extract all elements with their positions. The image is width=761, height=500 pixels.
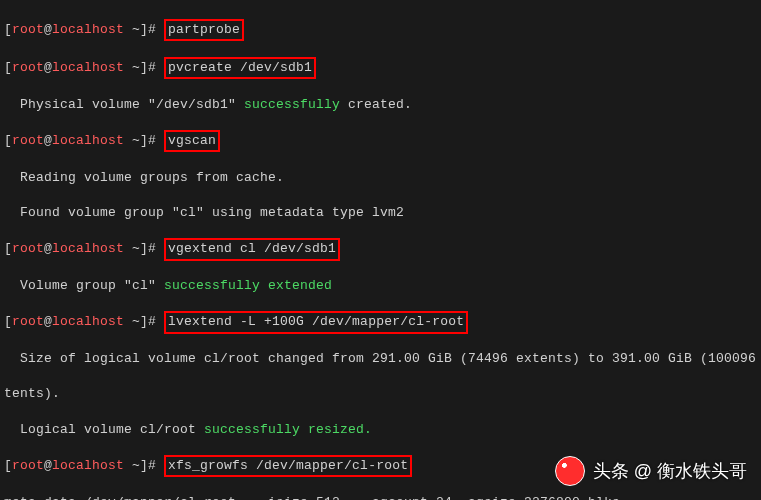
out-vgextend: Volume group "cl" successfully extended: [4, 277, 757, 295]
out-vgscan-1: Reading volume groups from cache.: [4, 169, 757, 187]
cmd-xfsgrow: xfs_growfs /dev/mapper/cl-root: [164, 455, 412, 478]
out-pvcreate: Physical volume "/dev/sdb1" successfully…: [4, 96, 757, 114]
out-lvextend-1: Size of logical volume cl/root changed f…: [4, 350, 757, 368]
line-vgscan: [root@localhost ~]# vgscan: [4, 131, 757, 152]
watermark-text: 头条 @ 衡水铁头哥: [593, 459, 747, 483]
prompt: [root@localhost ~]#: [4, 60, 164, 75]
out-vgscan-2: Found volume group "cl" using metadata t…: [4, 204, 757, 222]
prompt: [root@localhost ~]#: [4, 133, 164, 148]
watermark-icon: [555, 456, 585, 486]
out-lvextend-2: Logical volume cl/root successfully resi…: [4, 421, 757, 439]
line-pvcreate: [root@localhost ~]# pvcreate /dev/sdb1: [4, 58, 757, 79]
prompt: [root@localhost ~]#: [4, 22, 164, 37]
terminal-output: [root@localhost ~]# partprobe [root@loca…: [0, 0, 761, 500]
line-partprobe: [root@localhost ~]# partprobe: [4, 20, 757, 41]
line-lvextend: [root@localhost ~]# lvextend -L +100G /d…: [4, 312, 757, 333]
watermark: 头条 @ 衡水铁头哥: [555, 456, 747, 486]
prompt: [root@localhost ~]#: [4, 241, 164, 256]
cmd-vgscan: vgscan: [164, 130, 220, 153]
prompt: [root@localhost ~]#: [4, 314, 164, 329]
out-lvextend-1b: tents).: [4, 385, 757, 403]
cmd-partprobe: partprobe: [164, 19, 244, 42]
cmd-pvcreate: pvcreate /dev/sdb1: [164, 57, 316, 80]
cmd-vgextend: vgextend cl /dev/sdb1: [164, 238, 340, 261]
prompt: [root@localhost ~]#: [4, 458, 164, 473]
line-vgextend: [root@localhost ~]# vgextend cl /dev/sdb…: [4, 239, 757, 260]
cmd-lvextend: lvextend -L +100G /dev/mapper/cl-root: [164, 311, 468, 334]
xfs-meta-0: meta-data=/dev/mapper/cl-root isize=512 …: [4, 494, 757, 500]
